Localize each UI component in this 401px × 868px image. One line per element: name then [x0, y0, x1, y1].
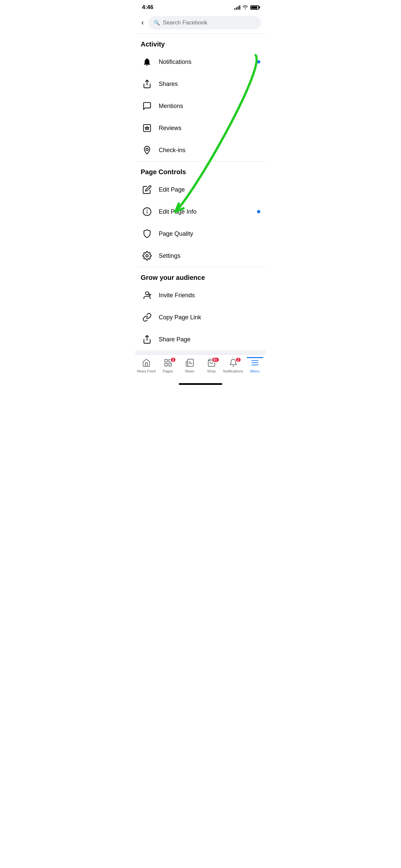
svg-rect-0	[144, 125, 151, 132]
share-icon	[141, 333, 154, 346]
tab-news-feed[interactable]: News Feed	[135, 358, 157, 374]
svg-rect-8	[169, 364, 171, 366]
checkin-icon	[141, 144, 154, 156]
menu-item-label-checkins: Check-ins	[159, 147, 260, 154]
wifi-icon	[242, 5, 248, 10]
notification-dot-edit-page-info	[257, 210, 260, 213]
menu-item-page-quality[interactable]: Page Quality	[135, 223, 266, 245]
section-header-activity: Activity	[135, 34, 266, 51]
search-bar-container: ‹ 🔍 Search Facebook	[135, 13, 266, 33]
shield-icon	[141, 227, 154, 240]
menu-item-reviews[interactable]: Reviews	[135, 117, 266, 139]
svg-point-5	[146, 255, 148, 257]
menu-item-label-reviews: Reviews	[159, 125, 260, 132]
tab-label-shop: Shop	[207, 369, 216, 373]
invite-icon	[141, 289, 154, 302]
tab-icon-menu	[250, 359, 259, 369]
bell-icon	[141, 56, 154, 68]
back-button[interactable]: ‹	[140, 17, 145, 28]
gray-spacer	[135, 350, 266, 354]
section-header-page-controls: Page Controls	[135, 161, 266, 179]
search-icon: 🔍	[154, 20, 160, 26]
svg-rect-6	[165, 360, 167, 362]
menu-item-label-edit-page-info: Edit Page Info	[159, 208, 252, 215]
menu-item-label-page-quality: Page Quality	[159, 230, 260, 238]
menu-item-label-edit-page: Edit Page	[159, 186, 260, 193]
tab-badge-notifications-tab: 2	[235, 357, 241, 363]
signal-icon	[234, 5, 240, 10]
menu-item-label-mentions: Mentions	[159, 103, 260, 110]
section-page-controls: Page ControlsEdit PageEdit Page InfoPage…	[135, 161, 266, 267]
info-icon	[141, 205, 154, 218]
section-grow-audience: Grow your audienceInvite FriendsCopy Pag…	[135, 267, 266, 350]
section-header-grow-audience: Grow your audience	[135, 267, 266, 284]
tab-badge-pages: 3	[170, 357, 176, 363]
menu-item-share-page[interactable]: Share Page	[135, 328, 266, 350]
menu-item-label-notifications: Notifications	[159, 59, 252, 65]
tab-badge-shop: 9+	[211, 357, 219, 363]
status-time: 4:46	[142, 4, 154, 11]
tab-icon-news-feed	[142, 359, 151, 369]
menu-item-label-invite-friends: Invite Friends	[159, 292, 260, 299]
tab-news[interactable]: News	[179, 358, 201, 374]
menu-item-shares[interactable]: Shares	[135, 73, 266, 95]
tab-shop[interactable]: 9+Shop	[201, 358, 222, 374]
tab-menu[interactable]: Menu	[244, 358, 266, 374]
status-icons	[234, 5, 259, 10]
settings-icon	[141, 249, 154, 262]
menu-item-settings[interactable]: Settings	[135, 245, 266, 267]
menu-item-label-shares: Shares	[159, 81, 260, 88]
tab-label-notifications-tab: Notifications	[223, 369, 243, 373]
tab-label-menu: Menu	[250, 369, 260, 373]
menu-item-label-settings: Settings	[159, 252, 260, 259]
link-icon	[141, 311, 154, 324]
menu-item-label-copy-page-link: Copy Page Link	[159, 314, 260, 321]
search-bar[interactable]: 🔍 Search Facebook	[148, 16, 261, 29]
tab-label-news: News	[185, 369, 195, 373]
tab-active-line	[246, 357, 263, 358]
notification-dot-notifications	[257, 60, 260, 64]
reviews-icon	[141, 122, 154, 134]
home-indicator	[179, 383, 222, 385]
tab-bar: News Feed3PagesNews9+Shop2NotificationsM…	[135, 354, 266, 381]
menu-item-notifications[interactable]: Notifications	[135, 51, 266, 73]
tab-pages[interactable]: 3Pages	[157, 358, 179, 374]
section-activity: ActivityNotificationsSharesMentionsRevie…	[135, 34, 266, 161]
search-placeholder: Search Facebook	[163, 20, 207, 26]
tab-label-pages: Pages	[163, 369, 173, 373]
tab-notifications-tab[interactable]: 2Notifications	[222, 358, 244, 374]
battery-icon	[250, 5, 259, 10]
tab-label-news-feed: News Feed	[137, 369, 156, 373]
menu-item-copy-page-link[interactable]: Copy Page Link	[135, 306, 266, 328]
svg-rect-9	[165, 364, 167, 366]
status-bar: 4:46	[135, 0, 266, 13]
svg-point-1	[146, 148, 148, 151]
menu-item-edit-page[interactable]: Edit Page	[135, 179, 266, 200]
menu-item-checkins[interactable]: Check-ins	[135, 139, 266, 161]
mention-icon	[141, 100, 154, 112]
menu-item-label-share-page: Share Page	[159, 336, 260, 343]
menu-item-edit-page-info[interactable]: Edit Page Info	[135, 200, 266, 223]
share-icon	[141, 78, 154, 90]
tab-icon-news	[186, 359, 194, 369]
edit-icon	[141, 183, 154, 196]
menu-item-invite-friends[interactable]: Invite Friends	[135, 284, 266, 306]
menu-item-mentions[interactable]: Mentions	[135, 95, 266, 117]
